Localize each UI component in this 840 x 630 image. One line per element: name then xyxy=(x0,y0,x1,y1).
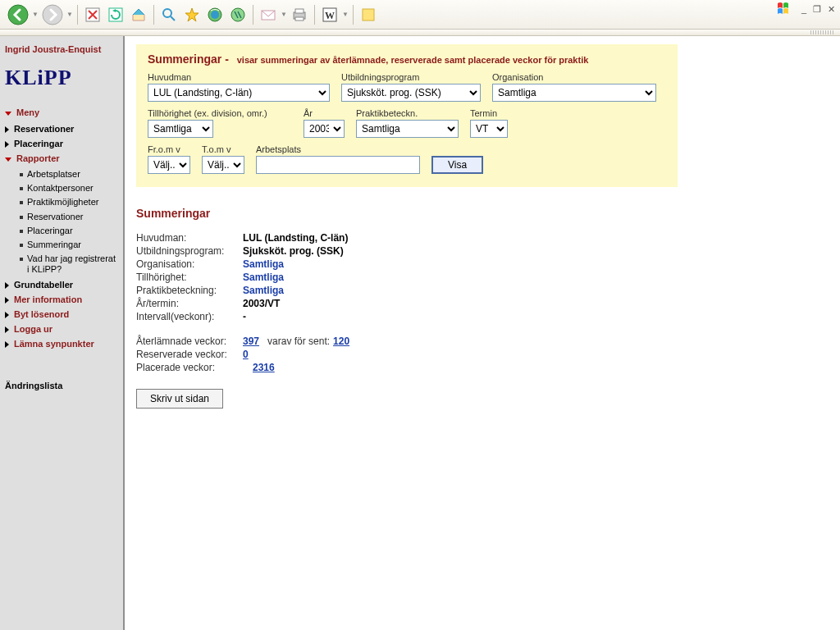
mail-icon[interactable] xyxy=(258,4,279,25)
browser-toolbar: ▼ ▼ ▼ W ▼ _ ❐ ✕ xyxy=(0,0,840,30)
ar-label: År xyxy=(304,108,345,118)
r-huvudman-l: Huvudman: xyxy=(136,232,243,244)
sub-kontaktpersoner[interactable]: Kontaktpersoner xyxy=(20,181,118,195)
huvudman-select[interactable]: LUL (Landsting, C-län) xyxy=(148,84,330,102)
visa-button[interactable]: Visa xyxy=(431,156,483,174)
r-till-v: Samtliga xyxy=(243,272,284,283)
nav-meny[interactable]: Meny xyxy=(5,105,118,121)
termin-select[interactable]: VT xyxy=(470,120,508,138)
tom-select[interactable]: Välj.. xyxy=(202,156,244,174)
org-select[interactable]: Samtliga xyxy=(492,84,656,102)
utbprog-select[interactable]: Sjuksköt. prog. (SSK) xyxy=(341,84,481,102)
search-icon[interactable] xyxy=(158,4,180,25)
org-label: Organisation xyxy=(492,72,656,82)
r-utb-l: Utbildningsprogram: xyxy=(136,245,243,257)
svg-point-6 xyxy=(211,11,219,19)
toolbar-grip-row xyxy=(0,30,840,36)
arbetsplats-input[interactable] xyxy=(256,156,420,174)
svg-point-0 xyxy=(8,5,28,25)
history-icon[interactable] xyxy=(204,4,226,25)
arbetsplats-label: Arbetsplats xyxy=(256,144,420,154)
praktik-select[interactable]: Samtliga xyxy=(356,120,459,138)
nav-byt-losenord[interactable]: Byt lösenord xyxy=(5,307,118,322)
print-button[interactable]: Skriv ut sidan xyxy=(136,389,223,409)
close-button[interactable]: ✕ xyxy=(826,4,837,15)
stat-plac-link[interactable]: 2316 xyxy=(253,362,275,373)
sub-reservationer[interactable]: Reservationer xyxy=(20,210,118,224)
svg-point-7 xyxy=(231,8,244,21)
word-dropdown[interactable]: ▼ xyxy=(341,11,349,18)
refresh-icon[interactable] xyxy=(105,4,126,25)
sub-vad-har-jag[interactable]: Vad har jag registrerat i KLiPP? xyxy=(20,252,118,276)
nav-reservationer[interactable]: Reservationer xyxy=(5,121,118,136)
svg-point-1 xyxy=(43,5,62,25)
minimize-button[interactable]: _ xyxy=(800,4,808,14)
svg-point-4 xyxy=(163,9,171,17)
note-icon[interactable] xyxy=(358,4,379,25)
mail-dropdown[interactable]: ▼ xyxy=(280,11,288,18)
result-title: Summeringar xyxy=(136,207,678,220)
r-ar-v: 2003/VT xyxy=(243,298,280,309)
r-huvudman-v: LUL (Landsting, C-län) xyxy=(243,232,348,244)
filter-heading: Summeringar - visar summeringar av återl… xyxy=(148,52,666,66)
praktik-label: Praktikbeteckn. xyxy=(356,108,459,118)
favorites-icon[interactable] xyxy=(181,4,203,25)
media-icon[interactable] xyxy=(227,4,249,25)
tillhor-select[interactable]: Samtliga xyxy=(148,120,213,138)
sub-arbetsplatser[interactable]: Arbetsplatser xyxy=(20,167,118,181)
stat-res-link[interactable]: 0 xyxy=(243,349,249,360)
svg-rect-14 xyxy=(363,9,374,21)
r-ar-l: År/termin: xyxy=(136,298,243,309)
stat-ater-link[interactable]: 397 xyxy=(243,336,259,347)
huvudman-label: Huvudman xyxy=(148,72,330,82)
svg-text:W: W xyxy=(325,10,335,21)
tom-label: T.o.m v xyxy=(202,144,244,154)
rapporter-submenu: Arbetsplatser Kontaktpersoner Praktikmöj… xyxy=(5,167,118,277)
content-area: Summeringar - visar summeringar av återl… xyxy=(125,36,840,630)
r-till-l: Tillhörighet: xyxy=(136,272,243,283)
sub-placeringar[interactable]: Placeringar xyxy=(20,224,118,238)
back-button[interactable] xyxy=(6,2,30,27)
nav-logga-ur[interactable]: Logga ur xyxy=(5,322,118,336)
svg-rect-11 xyxy=(295,17,304,21)
stat-ater-extra-link[interactable]: 120 xyxy=(333,336,349,347)
r-prak-v: Samtliga xyxy=(243,285,284,296)
r-utb-v: Sjuksköt. prog. (SSK) xyxy=(243,245,344,257)
r-int-v: - xyxy=(243,311,246,322)
back-dropdown[interactable]: ▼ xyxy=(31,11,39,18)
home-icon[interactable] xyxy=(128,4,149,25)
from-select[interactable]: Välj.. xyxy=(148,156,190,174)
nav-grundtabeller[interactable]: Grundtabeller xyxy=(5,277,118,292)
tillhor-label: Tillhörighet (ex. division, omr.) xyxy=(148,108,292,118)
stop-icon[interactable] xyxy=(82,4,103,25)
print-icon[interactable] xyxy=(289,4,310,25)
ar-select[interactable]: 2003 xyxy=(304,120,345,138)
stat-ater-extra-l: varav för sent: xyxy=(267,336,330,347)
nav-mer-information[interactable]: Mer information xyxy=(5,292,118,307)
nav-lamna-synpunkter[interactable]: Lämna synpunkter xyxy=(5,336,118,351)
windows-flag-icon xyxy=(777,2,797,16)
sub-praktikmojligheter[interactable]: Praktikmöjligheter xyxy=(20,195,118,209)
sidebar: Ingrid Joustra-Enquist KLiPP Meny Reserv… xyxy=(0,36,125,630)
r-int-l: Intervall(veckonr): xyxy=(136,311,243,322)
nav-placeringar[interactable]: Placeringar xyxy=(5,136,118,151)
svg-rect-10 xyxy=(295,9,304,13)
user-name: Ingrid Joustra-Enquist xyxy=(5,44,118,54)
sub-summeringar[interactable]: Summeringar xyxy=(20,238,118,252)
filter-panel: Summeringar - visar summeringar av återl… xyxy=(136,44,678,187)
forward-dropdown[interactable]: ▼ xyxy=(66,11,74,18)
r-org-l: Organisation: xyxy=(136,258,243,270)
andringslista-link[interactable]: Ändringslista xyxy=(5,381,118,390)
restore-button[interactable]: ❐ xyxy=(811,4,823,15)
utbprog-label: Utbildningsprogram xyxy=(341,72,481,82)
r-prak-l: Praktikbeteckning: xyxy=(136,285,243,296)
r-org-v: Samtliga xyxy=(243,258,284,270)
app-logo: KLiPP xyxy=(5,66,118,90)
termin-label: Termin xyxy=(470,108,519,118)
word-icon[interactable]: W xyxy=(319,4,340,25)
nav-rapporter[interactable]: Rapporter xyxy=(5,151,118,167)
result-panel: Summeringar Huvudman:LUL (Landsting, C-l… xyxy=(136,207,678,409)
forward-button[interactable] xyxy=(40,2,65,27)
stat-ater-l: Återlämnade veckor: xyxy=(136,336,243,347)
from-label: Fr.o.m v xyxy=(148,144,190,154)
